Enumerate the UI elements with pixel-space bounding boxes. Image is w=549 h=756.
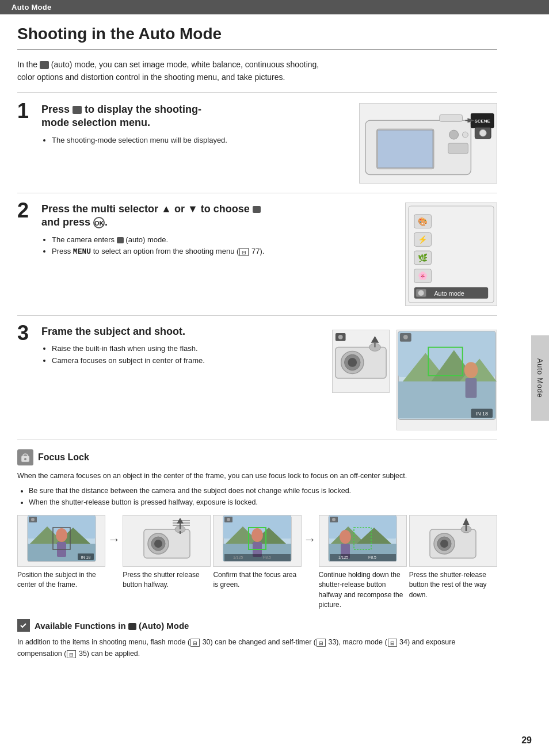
svg-point-34: [338, 335, 343, 339]
step-1-title: Press to display the shooting-mode selec…: [41, 103, 349, 130]
focus-lock-icon: [17, 449, 33, 465]
camera-icon-s1: [73, 106, 82, 114]
top-header: Auto Mode: [0, 0, 549, 14]
ok-button-s2: OK: [93, 217, 105, 228]
step-2-number: 2: [17, 200, 41, 306]
avail-icon-svg: [18, 621, 29, 630]
focus-steps-row: IN 18 Position the subject in the center…: [17, 515, 497, 610]
step-1-number: 1: [17, 101, 41, 184]
step-3-section: 3 Frame the subject and shoot. Raise the…: [17, 325, 497, 440]
svg-text:🌿: 🌿: [418, 253, 428, 263]
svg-point-68: [154, 540, 162, 548]
focus-step-3-image: 1/125 F8.5: [213, 515, 301, 567]
step-1-bullet-1: The shooting-mode selection menu will be…: [52, 135, 349, 147]
focus-lock-header: Focus Lock: [17, 449, 497, 465]
svg-point-4: [463, 132, 468, 138]
svg-text:1/125: 1/125: [338, 555, 349, 559]
svg-rect-89: [329, 516, 396, 539]
svg-text:⚡: ⚡: [418, 235, 428, 245]
focus-step-3-illustration: 1/125 F8.5: [213, 515, 301, 567]
focus-step-3: 1/125 F8.5 Confirm that the focus area i…: [213, 515, 301, 590]
step-2-bullets: The camera enters (auto) mode. Press MEN…: [41, 234, 395, 259]
focus-lock-section: Focus Lock When the camera focuses on an…: [17, 449, 497, 610]
svg-point-30: [348, 358, 357, 367]
step-3-shutter-illustration: [332, 330, 390, 393]
step-3-bullets: Raise the built-in flash when using the …: [41, 343, 322, 367]
focus-step-2-label: Press the shutter release button halfway…: [123, 570, 211, 590]
focus-step-5-illustration: [409, 515, 497, 567]
camera-icon-s2b: [117, 237, 124, 243]
step-3-images: IN 18: [332, 325, 497, 430]
focus-s2-svg: [141, 515, 193, 567]
focus-step-1-image: IN 18: [17, 515, 105, 567]
focus-step-2-image: [123, 515, 211, 567]
svg-rect-6: [440, 114, 463, 121]
page-number: 29: [521, 735, 532, 746]
focus-step-4-image: 1/125 F8.5: [319, 515, 407, 567]
step-3-number: 3: [17, 323, 41, 430]
focus-lock-title: Focus Lock: [38, 452, 89, 463]
step-2-svg: 🎨 ⚡ 🌿 🌸 Auto mode: [406, 203, 497, 306]
svg-text:IN 18: IN 18: [81, 555, 90, 559]
focus-step-5-image: [409, 515, 497, 567]
focus-lock-bullets: Be sure that the distance between the ca…: [17, 485, 497, 508]
svg-point-3: [449, 130, 459, 139]
svg-point-84: [227, 518, 230, 521]
focus-step-1-label: Position the subject in the center of th…: [17, 570, 105, 590]
step-1-image: SCENE: [359, 103, 497, 184]
focus-step-5-label: Press the shutter-release button the res…: [409, 570, 497, 600]
step-3-title: Frame the subject and shoot.: [41, 325, 322, 338]
svg-point-41: [464, 362, 478, 378]
step-3-bullet-2: Camera focuses on subject in center of f…: [52, 355, 322, 367]
step-2-title: Press the multi selector ▲ or ▼ to choos…: [41, 203, 395, 230]
svg-point-45: [403, 335, 408, 339]
avail-functions-title: Available Functions in (Auto) Mode: [35, 621, 189, 631]
step-2-bullet-1: The camera enters (auto) mode.: [52, 234, 395, 246]
svg-point-97: [332, 518, 336, 521]
step-2-bullet-2: Press MENU to select an option from the …: [52, 246, 395, 258]
svg-text:🌸: 🌸: [418, 271, 428, 281]
svg-text:🎨: 🎨: [418, 216, 428, 226]
svg-marker-31: [371, 336, 379, 343]
page-title: Shooting in the Auto Mode: [17, 25, 497, 50]
step-2-image: 🎨 ⚡ 🌿 🌸 Auto mode: [405, 203, 497, 306]
side-tab: Auto Mode: [531, 335, 549, 421]
focus-lock-svg: [19, 451, 32, 464]
svg-point-57: [56, 528, 67, 542]
svg-text:F8.5: F8.5: [368, 555, 376, 559]
focus-lock-description: When the camera focuses on an object in …: [17, 470, 497, 482]
svg-text:Auto mode: Auto mode: [434, 290, 464, 297]
focus-step-2-illustration: [123, 515, 211, 567]
step-3-shutter-svg: [333, 330, 389, 393]
svg-rect-42: [466, 378, 477, 398]
arrow-1: →: [108, 515, 120, 547]
step-1-camera-illustration: SCENE: [359, 103, 497, 184]
focus-s3-svg: 1/125 F8.5: [223, 515, 292, 567]
svg-rect-87: [224, 554, 291, 561]
step-1-content: Press to display the shooting-mode selec…: [41, 103, 349, 184]
available-functions-section: Available Functions in (Auto) Mode In ad…: [17, 619, 497, 659]
page-container: Auto Mode Shooting in the Auto Mode In t…: [0, 0, 549, 756]
svg-text:SCENE: SCENE: [475, 119, 490, 124]
focus-step-1: IN 18 Position the subject in the center…: [17, 515, 105, 590]
avail-functions-icon: [17, 619, 30, 632]
step-2-content: Press the multi selector ▲ or ▼ to choos…: [41, 203, 395, 306]
arrow-2: →: [304, 515, 317, 547]
svg-point-11: [479, 129, 486, 136]
focus-lock-bullet-1: Be sure that the distance between the ca…: [29, 485, 497, 497]
focus-step-1-illustration: IN 18: [17, 515, 105, 567]
camera-icon-avail: [128, 623, 136, 630]
focus-s5-svg: [427, 515, 479, 567]
focus-step-2: Press the shutter release button halfway…: [123, 515, 211, 590]
svg-text:IN 18: IN 18: [476, 411, 488, 417]
svg-marker-106: [463, 518, 470, 525]
focus-step-4: 1/125 F8.5 Continue holding down the shu…: [319, 515, 407, 610]
svg-point-24: [418, 290, 424, 296]
intro-paragraph: In the (auto) mode, you can set image mo…: [17, 58, 497, 93]
step-3-content: Frame the subject and shoot. Raise the b…: [41, 325, 322, 430]
step-3-image-row: IN 18: [332, 330, 497, 430]
step-1-section: 1 Press to display the shooting-mode sel…: [17, 103, 497, 193]
svg-point-51: [24, 458, 26, 460]
header-title: Auto Mode: [12, 3, 52, 12]
svg-rect-2: [378, 130, 433, 167]
